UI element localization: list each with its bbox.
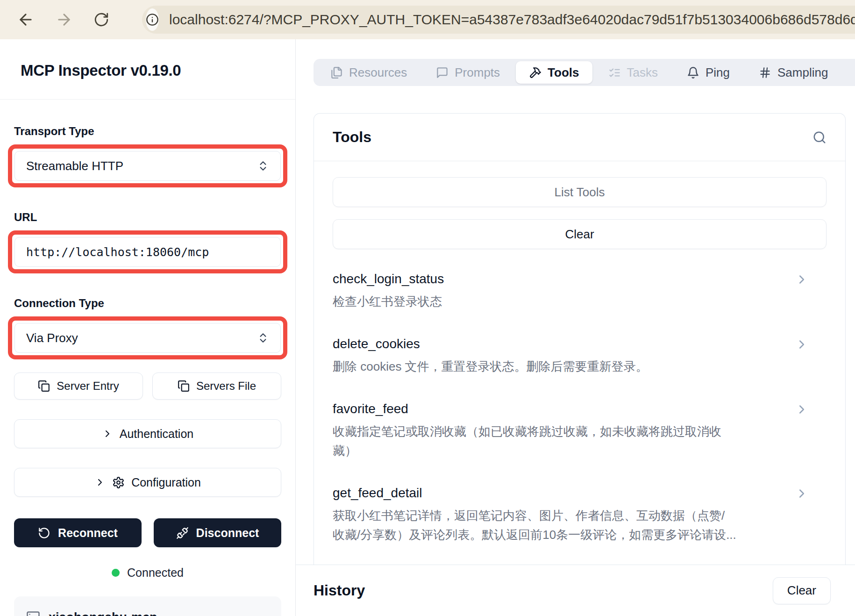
server-icon <box>26 611 40 616</box>
configuration-button[interactable]: Configuration <box>14 468 281 497</box>
chevron-right-icon <box>102 428 113 439</box>
chevron-right-icon <box>795 487 809 501</box>
search-icon[interactable] <box>812 130 826 144</box>
chevron-right-icon <box>795 337 809 351</box>
copy-icon <box>38 380 50 392</box>
tab-sampling[interactable]: Sampling <box>746 61 841 84</box>
authentication-label: Authentication <box>120 427 193 441</box>
files-icon <box>330 66 343 79</box>
tab-bar: Resources Prompts Tools <box>314 59 855 86</box>
tool-name: check_login_status <box>333 272 775 287</box>
list-tools-button[interactable]: List Tools <box>333 177 826 207</box>
hammer-icon <box>529 66 542 79</box>
tab-label: Ping <box>705 65 730 80</box>
tab-label: Tasks <box>627 65 658 80</box>
url-label: URL <box>14 211 281 224</box>
main-panel: Resources Prompts Tools <box>296 39 855 616</box>
bell-icon <box>687 66 699 79</box>
tab-ping[interactable]: Ping <box>674 61 743 84</box>
tool-name: get_feed_detail <box>333 486 775 501</box>
tool-description: 收藏指定笔记或取消收藏（如已收藏将跳过收藏，如未收藏将跳过取消收 藏） <box>333 422 762 460</box>
connection-type-select[interactable]: Via Proxy <box>14 323 281 353</box>
transport-type-select[interactable]: Streamable HTTP <box>14 151 281 181</box>
tools-panel-title: Tools <box>333 129 371 146</box>
chevron-right-icon <box>795 402 809 416</box>
reload-icon[interactable] <box>93 12 109 28</box>
tab-label: Prompts <box>455 65 500 80</box>
configuration-label: Configuration <box>131 476 201 489</box>
list-checks-icon <box>608 66 621 79</box>
tools-panel: Tools List Tools Clear check_login_statu… <box>314 113 846 565</box>
tool-list-item[interactable]: favorite_feed 收藏指定笔记或取消收藏（如已收藏将跳过收藏，如未收藏… <box>333 401 826 460</box>
tool-name: delete_cookies <box>333 337 775 351</box>
tool-list-item[interactable]: check_login_status 检查小红书登录状态 <box>333 272 826 311</box>
address-url: localhost:6274/?MCP_PROXY_AUTH_TOKEN=a54… <box>169 12 855 28</box>
tab-prompts[interactable]: Prompts <box>423 61 513 84</box>
tool-description: 获取小红书笔记详情，返回笔记内容、图片、作者信息、互动数据（点赞/ 收藏/分享数… <box>333 506 762 544</box>
tool-list: check_login_status 检查小红书登录状态 delete_cook… <box>333 272 826 544</box>
app-title: MCP Inspector v0.19.0 <box>21 62 275 79</box>
chevrons-up-down-icon <box>257 160 269 172</box>
connection-type-highlight: Via Proxy <box>8 316 287 359</box>
disconnect-button[interactable]: Disconnect <box>154 518 281 547</box>
chevron-right-icon <box>795 272 809 287</box>
tab-tasks[interactable]: Tasks <box>595 61 671 84</box>
url-input[interactable]: http://localhost:18060/mcp <box>14 237 281 267</box>
history-panel: History Clear <box>296 565 855 616</box>
message-square-icon <box>436 66 449 79</box>
server-card: xiaohongshu-mcp Version: 2.0.0 <box>14 596 281 616</box>
reconnect-button[interactable]: Reconnect <box>14 518 142 547</box>
unplug-icon <box>176 527 189 539</box>
forward-arrow-icon[interactable] <box>55 11 73 29</box>
url-highlight: http://localhost:18060/mcp <box>8 230 287 273</box>
sidebar: MCP Inspector v0.19.0 Transport Type Str… <box>0 39 296 616</box>
authentication-button[interactable]: Authentication <box>14 419 281 448</box>
tool-description: 检查小红书登录状态 <box>333 292 762 311</box>
copy-icon <box>178 380 190 392</box>
sidebar-header: MCP Inspector v0.19.0 <box>0 39 295 100</box>
disconnect-label: Disconnect <box>196 526 259 540</box>
back-arrow-icon[interactable] <box>17 11 35 29</box>
reconnect-label: Reconnect <box>58 526 118 540</box>
connection-status: Connected <box>14 566 281 580</box>
chevrons-up-down-icon <box>257 332 269 344</box>
tool-list-item[interactable]: get_feed_detail 获取小红书笔记详情，返回笔记内容、图片、作者信息… <box>333 486 826 544</box>
server-entry-label: Server Entry <box>57 380 119 393</box>
rotate-ccw-icon <box>38 527 50 539</box>
history-clear-button[interactable]: Clear <box>773 577 831 604</box>
servers-file-label: Servers File <box>196 380 256 393</box>
gear-icon <box>112 476 125 489</box>
tab-label: Sampling <box>777 65 828 80</box>
tool-name: favorite_feed <box>333 401 775 416</box>
server-entry-button[interactable]: Server Entry <box>14 372 143 400</box>
chevron-right-icon <box>94 477 106 488</box>
status-dot-icon <box>112 569 120 577</box>
hash-icon <box>759 66 771 79</box>
transport-type-value: Streamable HTTP <box>26 159 257 173</box>
tab-tools[interactable]: Tools <box>516 61 592 84</box>
url-value: http://localhost:18060/mcp <box>26 245 269 259</box>
transport-type-highlight: Streamable HTTP <box>8 144 287 187</box>
connection-type-label: Connection Type <box>14 297 281 310</box>
browser-chrome: localhost:6274/?MCP_PROXY_AUTH_TOKEN=a54… <box>0 0 855 39</box>
tab-resources[interactable]: Resources <box>317 61 420 84</box>
connection-type-value: Via Proxy <box>26 331 257 345</box>
address-bar[interactable]: localhost:6274/?MCP_PROXY_AUTH_TOKEN=a54… <box>142 6 855 34</box>
history-title: History <box>314 582 365 599</box>
server-name: xiaohongshu-mcp <box>49 610 157 616</box>
clear-tools-button[interactable]: Clear <box>333 219 826 249</box>
tab-label: Tools <box>548 65 579 80</box>
site-info-icon[interactable] <box>146 8 159 31</box>
transport-type-label: Transport Type <box>14 125 281 138</box>
tab-label: Resources <box>349 65 407 80</box>
tool-description: 删除 cookies 文件，重置登录状态。删除后需要重新登录。 <box>333 357 762 376</box>
servers-file-button[interactable]: Servers File <box>152 372 281 400</box>
status-label: Connected <box>127 566 184 580</box>
tool-list-item[interactable]: delete_cookies 删除 cookies 文件，重置登录状态。删除后需… <box>333 337 826 376</box>
